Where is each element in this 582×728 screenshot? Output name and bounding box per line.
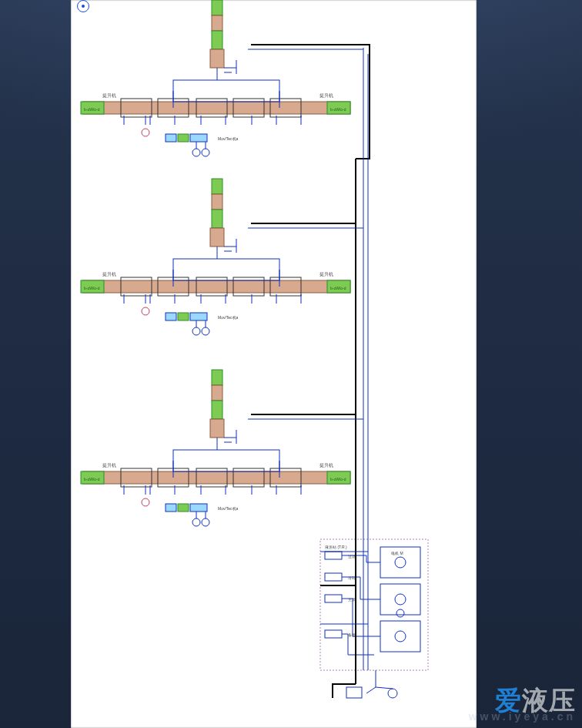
power-pack	[320, 539, 428, 698]
location-icon	[77, 0, 89, 12]
station-2	[81, 179, 350, 335]
station-3	[81, 370, 350, 526]
schematic-page: b-oW/o-d b-oW/o-d	[71, 0, 477, 728]
station-1	[81, 0, 350, 156]
hydraulic-schematic: b-oW/o-d b-oW/o-d	[71, 0, 477, 728]
